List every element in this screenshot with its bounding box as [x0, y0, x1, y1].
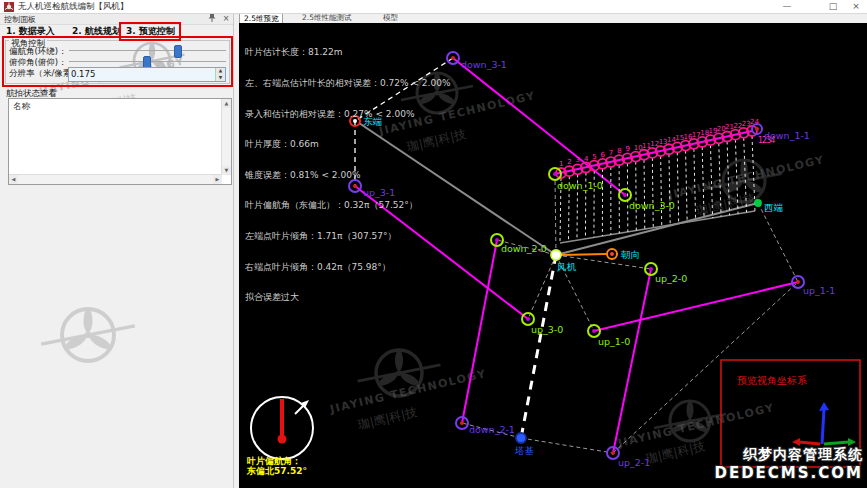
waypoint-label-heading: 朝向	[621, 249, 640, 260]
waypoint-label-down_2-1: down_2-1	[469, 424, 515, 435]
resolution-spinbox: ▲ ▼	[68, 67, 226, 82]
tab-model[interactable]: 模型	[379, 13, 402, 23]
turbine-logo-watermark	[41, 309, 135, 361]
scroll-down-icon[interactable]: ▼	[222, 166, 231, 175]
route-line	[555, 178, 556, 255]
waypoint-label-down_1-1: down_1-1	[764, 130, 810, 141]
info-line: 叶片估计长度：81.22m	[245, 47, 450, 57]
waypoint-dot	[611, 451, 615, 455]
waypoint-dot	[451, 56, 455, 60]
pitch-slider[interactable]	[69, 56, 226, 67]
route-line	[453, 58, 625, 195]
compass-label-1: 叶片偏航角：	[247, 456, 301, 466]
resolution-input[interactable]	[71, 68, 211, 79]
yaw-slider-track[interactable]	[69, 50, 226, 51]
tab-2-5d-performance-test[interactable]: 2.5维性能测试	[298, 13, 355, 23]
waypoint-label-up_2-0: up_2-0	[655, 273, 687, 284]
route-line	[613, 269, 651, 453]
minimize-button[interactable]: —	[774, 0, 800, 13]
blade-waypoint-label: 4	[584, 155, 589, 163]
waypoint-west-end[interactable]	[755, 200, 761, 206]
horizontal-scrollbar[interactable]: ◀ ▶	[9, 174, 222, 184]
waypoint-dot	[755, 127, 759, 131]
waypoint-label-down_3-1: down_3-1	[461, 59, 507, 70]
route-line	[560, 211, 755, 243]
waypoint-label-tower-base: 塔基	[514, 445, 534, 456]
route-line	[528, 255, 556, 319]
compass-label-2: 东偏北57.52°	[246, 466, 307, 476]
panel-close-icon[interactable]: ×	[220, 13, 232, 24]
blade-waypoint-label: 3	[576, 156, 580, 164]
cms-watermark-line2: DEDECMS.COM	[714, 464, 863, 482]
vertical-scrollbar[interactable]: ▲ ▼	[221, 99, 231, 175]
axis-z	[822, 409, 824, 444]
pin-icon[interactable]	[206, 13, 218, 24]
waypoint-label-west-end: 西端	[764, 202, 784, 213]
compass-needle	[278, 435, 287, 444]
app-window: { "window":{ "title":"无人机巡检航线编制【风机】", "c…	[0, 0, 867, 488]
scroll-left-icon[interactable]: ◀	[9, 175, 18, 184]
tab-data-entry[interactable]: 1. 数据录入	[6, 25, 55, 38]
camera-drop-line	[652, 158, 653, 228]
tab-route-planning[interactable]: 2. 航线规划	[72, 25, 121, 38]
waypoint-label-up_1-1: up_1-1	[803, 285, 835, 296]
column-header-name[interactable]: 名称	[13, 101, 30, 113]
waypoint-hub[interactable]	[551, 250, 561, 260]
info-line: 拟合误差过大	[245, 292, 450, 302]
axis-x	[799, 442, 820, 444]
info-line: 锥度误差：0.81% < 2.00%	[245, 170, 450, 180]
preview-canvas-container: JIAYING TECHNOLOGY珈|鹰|科|技JIAYING TECHNOL…	[239, 23, 867, 488]
waypoint-dot	[526, 317, 530, 321]
waypoint-label-up_3-0: up_3-0	[531, 324, 563, 335]
info-line: 录入和估计的相对误差：0.27% < 2.00%	[245, 109, 450, 119]
view-control-group: 视角控制 偏航角(环绕)： 俯仰角(俯仰)： 分辨率（米/像素）： ▲ ▼	[5, 40, 230, 84]
route-line	[521, 438, 613, 453]
route-line	[594, 282, 798, 331]
axis-y	[824, 442, 849, 444]
info-line: 叶片偏航角（东偏北）：0.32π（57.52°）	[245, 200, 450, 210]
maximize-button[interactable]: □	[820, 0, 846, 13]
waypoint-dot	[610, 252, 614, 256]
panel-tabs: 1. 数据录入 2. 航线规划 3. 预览控制	[0, 24, 233, 37]
control-panel: JIAYING TECHNOLOGY珈|鹰|科|技 控制面板 × 1. 数据录入…	[0, 13, 234, 488]
waypoint-dot	[623, 193, 627, 197]
route-line	[521, 255, 556, 438]
waypoint-dot	[649, 267, 653, 271]
route-line	[758, 203, 798, 282]
tab-preview-control[interactable]: 3. 预览控制	[126, 25, 175, 38]
camera-drop-line	[644, 160, 645, 229]
brand-watermark-cn: 珈|鹰|科|技	[357, 405, 419, 432]
spin-down-icon[interactable]: ▼	[216, 75, 225, 82]
close-window-button[interactable]: ×	[846, 0, 866, 13]
route-line	[561, 254, 606, 255]
waypoint-dot	[796, 280, 800, 284]
blade-waypoint-label: 9	[625, 145, 629, 153]
blade-waypoint-label: 5	[592, 153, 596, 161]
info-line: 左、右端点估计叶长的相对误差：0.72% < 2.00%	[245, 78, 450, 88]
waypoint-dot	[592, 329, 596, 333]
yaw-compass: 叶片偏航角：东偏北57.52°	[246, 397, 313, 476]
waypoint-tower-base[interactable]	[516, 433, 526, 443]
waypoint-label-down_3-0: down_3-0	[629, 200, 675, 211]
view-axes-title: 预览视角坐标系	[737, 375, 807, 386]
status-list[interactable]: 名称 ▲ ▼ ◀ ▶	[8, 98, 232, 185]
waypoint-label-down_2-0: down_2-0	[501, 243, 547, 254]
waypoint-dot	[553, 172, 557, 176]
blade-waypoint-label: 6	[601, 151, 606, 159]
waypoint-label-hub: 风机	[557, 261, 577, 272]
waypoint-dot	[495, 238, 499, 242]
blade-waypoint-label: 1	[559, 160, 563, 168]
titlebar: 无人机巡检航线编制【风机】 — □ ×	[0, 0, 867, 14]
scroll-up-icon[interactable]: ▲	[222, 99, 231, 108]
waypoint-label-up_2-1: up_2-1	[618, 457, 650, 468]
scroll-right-icon[interactable]: ▶	[213, 175, 222, 184]
route-line	[462, 240, 497, 423]
window-title: 无人机巡检航线编制【风机】	[18, 1, 129, 13]
yaw-slider[interactable]	[69, 45, 226, 56]
info-line: 左端点叶片倾角：1.71π（307.57°）	[245, 231, 450, 241]
brand-watermark-cn: 珈|鹰|科|技	[645, 439, 707, 466]
app-icon	[4, 2, 14, 12]
camera-drop-line	[661, 156, 662, 226]
waypoint-dot	[460, 421, 464, 425]
info-line: 右端点叶片倾角：0.42π（75.98°）	[245, 262, 450, 272]
